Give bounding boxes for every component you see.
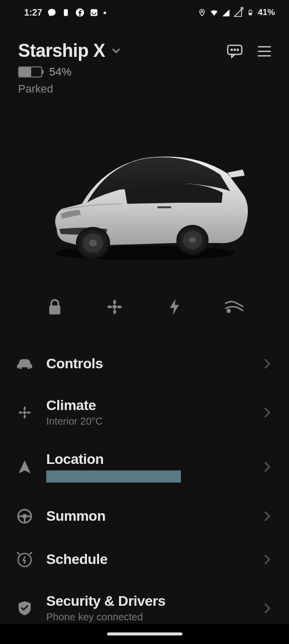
vehicle-battery-row: 54% <box>0 61 289 78</box>
menu-title: Security & Drivers <box>46 593 252 609</box>
chevron-right-icon <box>264 407 271 418</box>
svg-rect-5 <box>249 10 251 11</box>
menu-title: Summon <box>46 508 252 524</box>
vehicle-image[interactable] <box>0 106 289 292</box>
svg-point-9 <box>234 49 235 50</box>
svg-point-27 <box>23 411 26 414</box>
facebook-icon <box>75 8 84 17</box>
car-icon <box>15 354 34 373</box>
charge-button[interactable] <box>159 292 189 322</box>
clock-bolt-icon <box>15 550 34 569</box>
svg-point-8 <box>231 49 232 50</box>
menu-title: Climate <box>46 397 252 414</box>
signal-1-icon <box>222 8 231 17</box>
status-left: 1:27 <box>24 8 106 18</box>
battery-icon <box>246 8 255 17</box>
shield-check-icon <box>15 599 34 618</box>
svg-rect-22 <box>49 305 60 314</box>
android-nav-bar <box>0 624 289 644</box>
app-icon-1 <box>61 8 70 17</box>
menu-climate[interactable]: Climate Interior 20°C <box>0 385 289 439</box>
clock: 1:27 <box>24 8 42 18</box>
location-icon <box>198 8 207 17</box>
menu-title: Controls <box>46 356 252 372</box>
menu-icon[interactable] <box>258 46 271 57</box>
climate-button[interactable] <box>100 292 130 322</box>
signal-2-icon: R <box>234 8 243 17</box>
chevron-right-icon <box>264 511 271 522</box>
svg-point-24 <box>227 309 231 313</box>
svg-point-25 <box>20 367 22 369</box>
fan-icon <box>15 403 34 422</box>
quick-actions-row <box>0 292 289 322</box>
svg-point-3 <box>201 11 203 12</box>
nav-pill[interactable] <box>107 632 182 635</box>
chevron-right-icon <box>264 554 271 565</box>
svg-point-10 <box>237 49 238 50</box>
menu-summon[interactable]: Summon <box>0 495 289 538</box>
messages-icon[interactable] <box>227 44 243 58</box>
svg-rect-2 <box>90 9 98 16</box>
menu-controls[interactable]: Controls <box>0 342 289 385</box>
menu-title: Location <box>46 451 252 467</box>
svg-rect-21 <box>157 206 171 208</box>
steering-wheel-icon <box>15 507 34 526</box>
menu-subtitle: Interior 20°C <box>46 416 252 427</box>
frunk-button[interactable] <box>219 292 249 322</box>
vehicle-battery-pct: 54% <box>49 65 71 78</box>
status-right: R 41% <box>198 8 275 18</box>
svg-point-26 <box>28 367 30 369</box>
chevron-right-icon <box>264 358 271 369</box>
svg-point-17 <box>89 239 97 247</box>
app-header: Starship X <box>0 25 289 61</box>
vehicle-name: Starship X <box>18 40 105 61</box>
android-status-bar: 1:27 R 41% <box>0 0 289 25</box>
chevron-down-icon <box>110 45 122 57</box>
menu-schedule[interactable]: Schedule <box>0 538 289 581</box>
chat-bubble-icon <box>47 8 56 17</box>
vehicle-selector[interactable]: Starship X <box>18 40 122 61</box>
lock-button[interactable] <box>40 292 70 322</box>
svg-point-29 <box>23 515 26 518</box>
vehicle-status: Parked <box>0 78 289 96</box>
chevron-right-icon <box>264 603 271 614</box>
menu-subtitle: Phone key connected <box>46 611 252 623</box>
nav-arrow-icon <box>15 457 34 476</box>
wifi-icon <box>210 8 219 17</box>
svg-rect-0 <box>64 9 68 16</box>
battery-percent: 41% <box>258 8 275 18</box>
svg-point-23 <box>113 305 117 309</box>
menu-title: Schedule <box>46 551 252 568</box>
app-icon-2 <box>89 8 99 17</box>
menu-list: Controls Climate Interior 20°C Location <box>0 342 289 644</box>
menu-location[interactable]: Location <box>0 439 289 495</box>
more-icon <box>104 12 106 14</box>
svg-rect-6 <box>249 13 251 15</box>
vehicle-battery-icon <box>18 66 42 77</box>
location-address-redacted <box>46 470 181 482</box>
chevron-right-icon <box>264 461 271 472</box>
svg-point-20 <box>189 237 196 243</box>
